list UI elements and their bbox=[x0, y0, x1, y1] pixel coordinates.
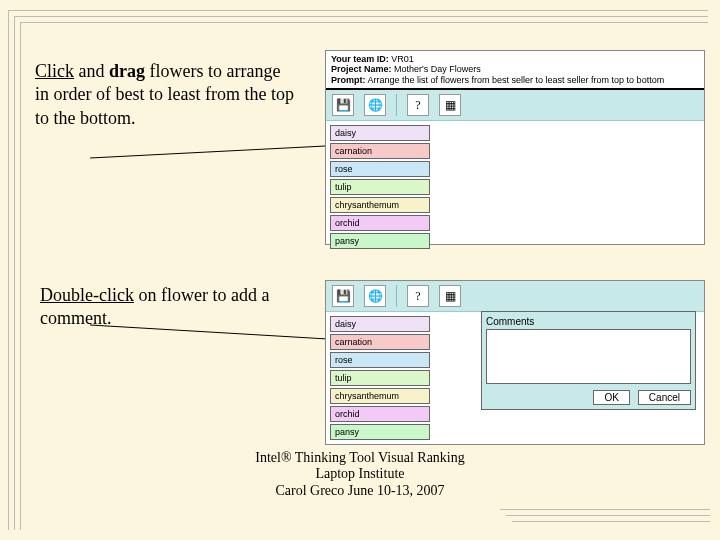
compare-icon[interactable]: ▦ bbox=[439, 285, 461, 307]
comment-label: Comments bbox=[486, 316, 691, 327]
panel-meta: Your team ID: VR01 Project Name: Mother'… bbox=[326, 51, 704, 86]
footer: Intel® Thinking Tool Visual Ranking Lapt… bbox=[0, 450, 720, 500]
footer-line: Intel® Thinking Tool Visual Ranking bbox=[0, 450, 720, 467]
flower-list: daisycarnationrosetulipchrysanthemumorch… bbox=[326, 121, 704, 255]
ranking-panel-bottom: 💾 🌐 ? ▦ daisycarnationrosetulipchrysanth… bbox=[325, 280, 705, 445]
flower-item-orchid[interactable]: orchid bbox=[330, 215, 430, 231]
svg-line-0 bbox=[90, 145, 345, 158]
save-icon[interactable]: 💾 bbox=[332, 285, 354, 307]
globe-icon[interactable]: 🌐 bbox=[364, 285, 386, 307]
flower-item-carnation[interactable]: carnation bbox=[330, 143, 430, 159]
comment-textarea[interactable] bbox=[486, 329, 691, 384]
instruction-drag-bold: drag bbox=[109, 61, 145, 81]
flower-item-daisy[interactable]: daisy bbox=[330, 316, 430, 332]
footer-line: Carol Greco June 10-13, 2007 bbox=[0, 483, 720, 500]
instruction-drag-click: Click bbox=[35, 61, 74, 81]
flower-item-pansy[interactable]: pansy bbox=[330, 424, 430, 440]
flower-item-carnation[interactable]: carnation bbox=[330, 334, 430, 350]
frame-line bbox=[512, 521, 710, 522]
frame-line bbox=[8, 10, 708, 11]
frame-line bbox=[500, 509, 710, 510]
flower-item-chrysanthemum[interactable]: chrysanthemum bbox=[330, 197, 430, 213]
instruction-comment: Double-click on flower to add a comment. bbox=[40, 284, 290, 331]
globe-icon[interactable]: 🌐 bbox=[364, 94, 386, 116]
instruction-drag: Click and drag flowers to arrange in ord… bbox=[35, 60, 295, 130]
flower-item-tulip[interactable]: tulip bbox=[330, 370, 430, 386]
flower-item-chrysanthemum[interactable]: chrysanthemum bbox=[330, 388, 430, 404]
flower-item-pansy[interactable]: pansy bbox=[330, 233, 430, 249]
toolbar-separator bbox=[396, 94, 397, 116]
save-icon[interactable]: 💾 bbox=[332, 94, 354, 116]
toolbar: 💾 🌐 ? ▦ bbox=[326, 90, 704, 121]
toolbar-separator bbox=[396, 285, 397, 307]
toolbar: 💾 🌐 ? ▦ bbox=[326, 281, 704, 312]
ranking-panel-top: Your team ID: VR01 Project Name: Mother'… bbox=[325, 50, 705, 245]
frame-line bbox=[20, 22, 708, 23]
comment-dialog: Comments OK Cancel bbox=[481, 311, 696, 410]
flower-item-orchid[interactable]: orchid bbox=[330, 406, 430, 422]
flower-item-rose[interactable]: rose bbox=[330, 352, 430, 368]
question-icon[interactable]: ? bbox=[407, 94, 429, 116]
question-icon[interactable]: ? bbox=[407, 285, 429, 307]
flower-item-daisy[interactable]: daisy bbox=[330, 125, 430, 141]
cancel-button[interactable]: Cancel bbox=[638, 390, 691, 405]
flower-item-rose[interactable]: rose bbox=[330, 161, 430, 177]
footer-line: Laptop Institute bbox=[0, 466, 720, 483]
instruction-comment-prefix: Double-click bbox=[40, 285, 134, 305]
compare-icon[interactable]: ▦ bbox=[439, 94, 461, 116]
frame-line bbox=[506, 515, 710, 516]
ok-button[interactable]: OK bbox=[593, 390, 629, 405]
flower-item-tulip[interactable]: tulip bbox=[330, 179, 430, 195]
frame-line bbox=[14, 16, 708, 17]
arrow-line bbox=[90, 140, 350, 170]
